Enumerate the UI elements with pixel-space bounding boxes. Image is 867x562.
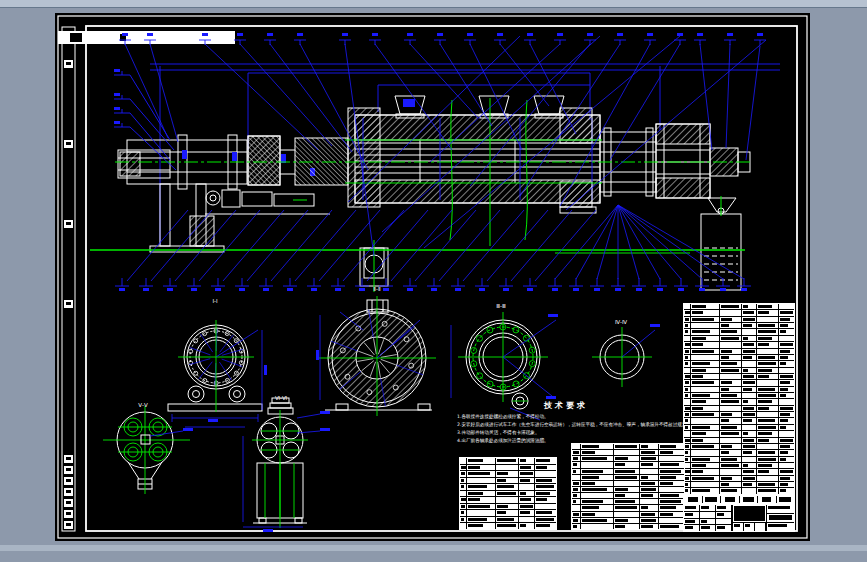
parts-list-left xyxy=(459,457,557,530)
parts-list-middle xyxy=(571,443,685,530)
tech-requirements-title: 技术要求 xyxy=(543,401,588,410)
tech-req-line-2: 2.安装好后必须进行试车工作（先空车进行空载运转），运转应平稳，不应有冲击、噪声… xyxy=(457,421,709,428)
section-label-6: Ⅵ-Ⅵ xyxy=(275,395,287,401)
table-row xyxy=(460,523,556,529)
parts-list-header xyxy=(683,495,795,504)
tech-req-line-3: 3.传动部件转动灵活，不得有卡滞现象。 xyxy=(457,429,539,436)
table-row xyxy=(684,488,794,493)
bom-table xyxy=(683,303,795,495)
title-block-signature-grid xyxy=(684,505,732,531)
top-left-band xyxy=(58,31,235,44)
section-label-2: Ⅱ-Ⅱ xyxy=(373,286,381,292)
tech-req-line-1: 1.各联接件连接处螺栓必须拧紧，不得松动。 xyxy=(457,413,549,420)
section-label-5: Ⅴ-Ⅴ xyxy=(138,402,148,408)
title-block-drawing-title-cell xyxy=(732,505,766,531)
section-label-4: Ⅳ-Ⅳ xyxy=(615,319,628,325)
cad-viewer-canvas[interactable]: Ⅰ-Ⅰ Ⅱ-Ⅱ Ⅲ-Ⅲ Ⅳ-Ⅳ Ⅴ-Ⅴ Ⅵ-Ⅵ 技术要求 1.各联接件连接处螺栓… xyxy=(0,0,867,562)
section-label-3: Ⅲ-Ⅲ xyxy=(496,303,506,309)
table-row xyxy=(572,524,684,529)
title-block xyxy=(683,504,795,532)
title-block-scale-cells xyxy=(766,505,794,531)
section-label-1: Ⅰ-Ⅰ xyxy=(212,298,218,304)
tech-req-line-4: 4.出厂前各轴承处必须加注适量的润滑油脂。 xyxy=(457,437,549,444)
